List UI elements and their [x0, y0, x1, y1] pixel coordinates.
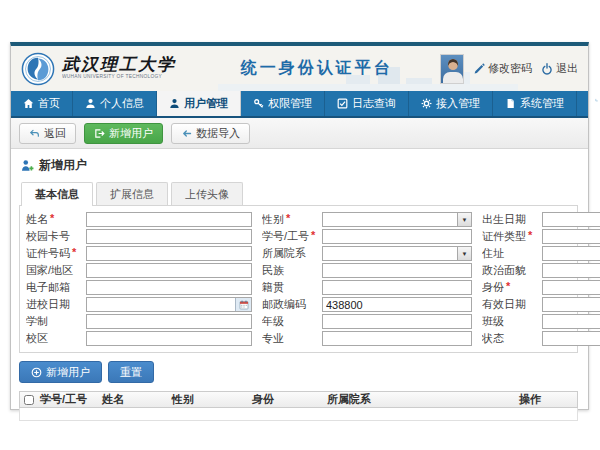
chevron-down-icon[interactable]: ▼	[457, 247, 471, 260]
table-header-cell: 所属院系	[325, 392, 517, 407]
app-window: 武汉理工大学 WUHAN UNIVERSITY OF TECHNOLOGY 统一…	[10, 42, 589, 410]
text-input[interactable]	[86, 229, 252, 244]
back-button[interactable]: 返回	[19, 123, 76, 144]
user-avatar[interactable]	[440, 54, 464, 84]
date-text-input[interactable]	[543, 213, 600, 226]
field-label-text: 专业	[262, 331, 284, 346]
nav-item[interactable]: 首页	[11, 91, 73, 116]
nav-item-label: 个人信息	[100, 96, 144, 111]
text-input[interactable]	[542, 246, 600, 261]
table-header-row: 学号/工号 姓名 性别 身份 所属院系 操作	[19, 391, 578, 408]
system-icon	[505, 98, 516, 109]
text-input[interactable]	[322, 297, 472, 312]
field-label: 证件号码 *	[26, 246, 86, 261]
select-input[interactable]: ▼	[322, 212, 472, 227]
nav-item-label: 权限管理	[268, 96, 312, 111]
text-input[interactable]	[542, 314, 600, 329]
field-label-text: 身份	[482, 280, 504, 295]
select-input[interactable]: ▼	[322, 246, 472, 261]
form-field: 班级	[482, 314, 600, 329]
table-header-checkbox-cell	[20, 395, 38, 405]
nav-item[interactable]: 接入管理	[409, 91, 493, 116]
text-input[interactable]	[86, 263, 252, 278]
form-field: 年级	[262, 314, 472, 329]
text-input[interactable]	[542, 280, 600, 295]
text-input[interactable]	[322, 331, 472, 346]
data-import-button[interactable]: 数据导入	[171, 123, 250, 144]
header: 武汉理工大学 WUHAN UNIVERSITY OF TECHNOLOGY 统一…	[11, 46, 588, 91]
field-label: 性别 *	[262, 212, 322, 227]
field-label: 籍贯	[262, 280, 322, 295]
text-input[interactable]	[86, 314, 252, 329]
nav-item[interactable]: 权限管理	[241, 91, 325, 116]
nav-item[interactable]: 个人信息	[73, 91, 157, 116]
field-label: 学号/工号 *	[262, 229, 322, 244]
field-label-text: 邮政编码	[262, 297, 306, 312]
home-icon	[23, 98, 34, 109]
form-field: 专业	[262, 331, 472, 346]
university-logo-icon	[21, 52, 55, 86]
date-text-input[interactable]	[87, 298, 235, 311]
field-label: 状态	[482, 331, 542, 346]
table-header-cell: 性别	[170, 392, 250, 407]
text-input[interactable]	[86, 280, 252, 295]
header-user-area: 修改密码 退出	[440, 54, 578, 84]
chevron-down-icon[interactable]: ▼	[457, 213, 471, 226]
field-label-text: 性别	[262, 212, 284, 227]
university-name-en: WUHAN UNIVERSITY OF TECHNOLOGY	[62, 74, 162, 79]
field-label-text: 校园卡号	[26, 229, 70, 244]
date-text-input[interactable]	[543, 298, 600, 311]
table-empty-body	[19, 408, 578, 421]
plus-circle-icon	[31, 367, 42, 378]
form-field: 学制	[26, 314, 252, 329]
tab[interactable]: 扩展信息	[96, 182, 168, 205]
nav-item[interactable]: 日志查询	[325, 91, 409, 116]
text-input[interactable]	[322, 229, 472, 244]
reset-button-label: 重置	[120, 365, 142, 380]
text-input[interactable]	[322, 314, 472, 329]
tab[interactable]: 上传头像	[171, 182, 243, 205]
log-icon	[337, 98, 348, 109]
date-input	[542, 297, 600, 312]
nav-item-label: 首页	[38, 96, 60, 111]
users-table: 学号/工号 姓名 性别 身份 所属院系 操作	[19, 391, 578, 421]
text-input[interactable]	[86, 331, 252, 346]
reset-button[interactable]: 重置	[108, 361, 154, 383]
text-input[interactable]	[322, 280, 472, 295]
add-user-toolbar-button[interactable]: 新增用户	[84, 123, 163, 144]
tab-label: 扩展信息	[110, 188, 154, 200]
main-nav: 首页 个人信息 用户管理 权限管理	[11, 91, 588, 118]
field-label: 进校日期	[26, 297, 86, 312]
import-icon	[181, 128, 192, 139]
field-label-text: 校区	[26, 331, 48, 346]
form-field: 住址	[482, 246, 600, 261]
text-input[interactable]	[542, 229, 600, 244]
nav-item[interactable]: 系统管理	[493, 91, 577, 116]
tab[interactable]: 基本信息	[21, 182, 93, 205]
field-label: 校区	[26, 331, 86, 346]
field-label: 有效日期	[482, 297, 542, 312]
change-password-link[interactable]: 修改密码	[473, 61, 532, 76]
text-input[interactable]	[322, 263, 472, 278]
field-label: 班级	[482, 314, 542, 329]
field-label: 所属院系	[262, 246, 322, 261]
text-input[interactable]	[86, 212, 252, 227]
submit-add-user-button[interactable]: 新增用户	[19, 361, 102, 383]
basic-info-panel: 姓名 * 性别 *	[19, 205, 578, 353]
nav-item[interactable]: 订阅管理	[577, 91, 600, 116]
platform-title: 统一身份认证平台	[241, 58, 393, 79]
field-label-text: 政治面貌	[482, 263, 526, 278]
calendar-button[interactable]	[235, 298, 251, 311]
field-label: 姓名 *	[26, 212, 86, 227]
text-input[interactable]	[542, 263, 600, 278]
select-all-checkbox[interactable]	[24, 395, 34, 405]
nav-item-label: 用户管理	[184, 96, 228, 111]
text-input[interactable]	[86, 246, 252, 261]
text-input[interactable]	[542, 331, 600, 346]
back-button-label: 返回	[44, 126, 66, 141]
field-label: 政治面貌	[482, 263, 542, 278]
logout-link[interactable]: 退出	[541, 61, 578, 76]
required-star: *	[72, 246, 76, 261]
form-field: 姓名 *	[26, 212, 252, 227]
nav-item[interactable]: 用户管理	[157, 91, 241, 116]
